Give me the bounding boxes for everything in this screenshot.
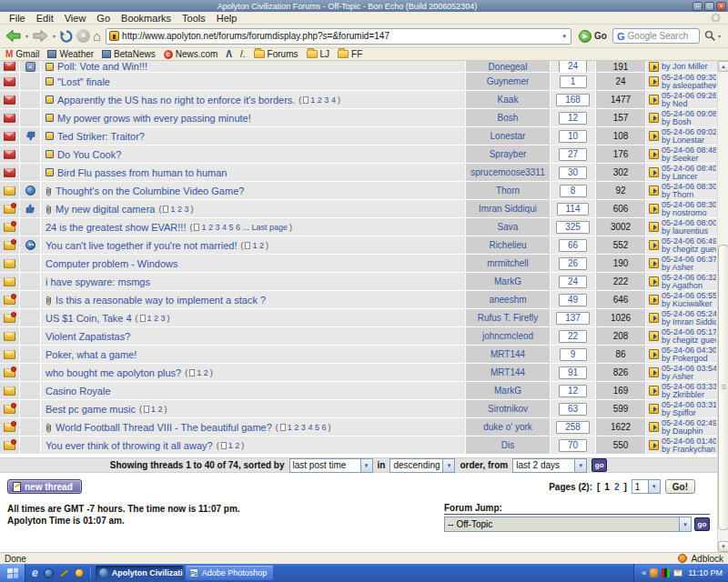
quick-launch-pencil-icon[interactable]	[59, 568, 68, 577]
last-post-author-link[interactable]: by asleepathewheel	[662, 82, 716, 90]
dropdown-arrow-icon[interactable]: ▾	[442, 459, 454, 472]
thread-title-link[interactable]: Computer problem - Windows	[46, 258, 178, 269]
thread-replies-count[interactable]: 168	[556, 94, 590, 106]
thread-page-links[interactable]: 1 2	[151, 405, 163, 414]
scrollbar-thumb[interactable]	[718, 245, 728, 530]
thread-replies-count[interactable]: 22	[559, 330, 587, 343]
thread-title-link[interactable]: You can't live together if you're not ma…	[46, 240, 237, 251]
dropdown-arrow-icon[interactable]: ▾	[574, 459, 586, 472]
thread-page-links[interactable]: 1 2	[197, 368, 208, 377]
thread-starter-link[interactable]: Lonestar	[490, 131, 526, 141]
menu-bookmarks[interactable]: Bookmarks	[116, 13, 177, 24]
goto-last-post-icon[interactable]	[649, 62, 659, 72]
thread-replies-count[interactable]: 258	[556, 421, 590, 434]
goto-last-post-icon[interactable]	[649, 95, 659, 105]
goto-last-post-icon[interactable]	[649, 276, 659, 286]
go-button[interactable]: ▶ Go	[576, 30, 610, 43]
thread-starter-link[interactable]: Guynemer	[487, 76, 530, 86]
thread-title-link[interactable]: who bought me apolyton plus?	[46, 367, 181, 378]
last-post-author-link[interactable]: by Jon Miller	[662, 63, 708, 71]
maximize-button[interactable]: □	[704, 2, 714, 11]
thread-title-link[interactable]: Violent Zapatistas?	[46, 331, 130, 342]
attachment-icon[interactable]	[46, 204, 52, 215]
goto-last-post-icon[interactable]	[649, 76, 659, 86]
last-post-author-link[interactable]: by Kuciwalker	[662, 300, 716, 308]
dropdown-arrow-icon[interactable]: ▾	[648, 480, 660, 493]
dropdown-arrow-icon[interactable]: ▾	[360, 459, 372, 472]
tray-network-meter-icon[interactable]	[662, 568, 670, 577]
thread-replies-count[interactable]: 30	[559, 166, 587, 179]
thread-starter-link[interactable]: Dis	[501, 440, 514, 450]
thread-starter-link[interactable]: duke o' york	[483, 422, 532, 432]
goto-last-post-icon[interactable]	[649, 167, 659, 177]
url-bar[interactable]: http://www.apolyton.net/forums/forumdisp…	[106, 28, 571, 45]
bookmark-item[interactable]: Forums	[254, 49, 298, 59]
from-period-select[interactable]: last 2 days▾	[512, 458, 587, 473]
thread-title-link[interactable]: Poll: Vote and Win!!!	[57, 61, 147, 72]
attachment-icon[interactable]	[46, 422, 52, 433]
back-dropdown-icon[interactable]: ▾	[25, 33, 29, 39]
forum-jump-select[interactable]: -- Off-Topic▾	[444, 517, 692, 532]
thread-replies-count[interactable]: 24	[559, 61, 587, 73]
start-button[interactable]	[0, 564, 25, 582]
forward-dropdown-icon[interactable]: ▾	[52, 33, 56, 39]
forum-jump-go-button[interactable]: go	[694, 517, 710, 531]
page-select[interactable]: 1▾	[632, 479, 661, 494]
thread-title-link[interactable]: "Lost" finale	[57, 76, 110, 87]
last-post-author-link[interactable]: by Agathon	[662, 282, 716, 290]
thread-replies-count[interactable]: 66	[559, 239, 587, 252]
thread-title-link[interactable]: You ever think of throwing it all away?	[46, 440, 213, 451]
thread-title-link[interactable]: Do You Cook?	[57, 149, 121, 160]
menu-help[interactable]: Help	[211, 13, 243, 24]
thread-page-links[interactable]: 1 2 3 4 5 6 ... Last page	[201, 223, 288, 232]
goto-last-post-icon[interactable]	[649, 113, 659, 123]
thread-title-link[interactable]: Best pc game music	[46, 404, 136, 415]
thread-replies-count[interactable]: 1	[560, 75, 587, 88]
thread-starter-link[interactable]: sprucemoose3311	[470, 167, 545, 177]
last-post-author-link[interactable]: by Lonestar	[662, 136, 716, 145]
thread-title-link[interactable]: My power grows with every passing minute…	[57, 113, 251, 124]
last-post-author-link[interactable]: by Frankychan	[662, 446, 716, 454]
thread-replies-count[interactable]: 10	[559, 130, 587, 143]
thread-starter-link[interactable]: aneeshm	[489, 295, 526, 305]
taskbar-button-apolyton[interactable]: Apolyton Civilization ...	[96, 566, 183, 580]
thread-page-links[interactable]: 1 2 3	[147, 314, 166, 323]
goto-first-new-icon[interactable]	[46, 63, 54, 71]
thread-title-link[interactable]: Ted Striker: Traitor?	[57, 131, 145, 142]
menu-view[interactable]: View	[59, 13, 92, 24]
menu-edit[interactable]: Edit	[31, 13, 59, 24]
thread-replies-count[interactable]: 91	[559, 366, 587, 379]
thread-starter-link[interactable]: Sava	[498, 222, 519, 232]
scroll-down-icon[interactable]: ▼	[718, 541, 728, 552]
last-post-author-link[interactable]: by Bosh	[662, 118, 716, 126]
page-go-button[interactable]: Go!	[665, 479, 695, 494]
url-text[interactable]: http://www.apolyton.net/forums/forumdisp…	[122, 31, 558, 41]
goto-first-new-icon[interactable]	[46, 150, 54, 158]
goto-first-new-icon[interactable]	[46, 168, 54, 176]
thread-starter-link[interactable]: MarkG	[494, 276, 521, 286]
menu-file[interactable]: File	[4, 13, 31, 24]
thread-replies-count[interactable]: 9	[560, 348, 587, 361]
thread-starter-link[interactable]: MRT144	[490, 367, 525, 377]
last-post-author-link[interactable]: by chegitz guevara	[662, 246, 716, 254]
goto-last-post-icon[interactable]	[649, 149, 659, 159]
goto-last-post-icon[interactable]	[649, 367, 659, 377]
thread-title-link[interactable]: Bird Flu passes from human to human	[57, 167, 227, 178]
last-post-author-link[interactable]: by Ned	[662, 100, 716, 108]
thread-starter-link[interactable]: Kaak	[498, 95, 519, 105]
goto-first-new-icon[interactable]	[46, 114, 54, 122]
goto-last-post-icon[interactable]	[649, 313, 659, 323]
goto-last-post-icon[interactable]	[649, 404, 659, 414]
bookmark-item[interactable]: FF	[338, 49, 362, 59]
thread-title-link[interactable]: My new digital camera	[56, 204, 155, 215]
thread-starter-link[interactable]: Sprayber	[490, 149, 527, 159]
thread-replies-count[interactable]: 325	[556, 221, 590, 234]
menu-go[interactable]: Go	[91, 13, 116, 24]
scroll-up-icon[interactable]: ▲	[718, 61, 728, 72]
thread-starter-link[interactable]: Richelieu	[489, 240, 526, 250]
minimize-button[interactable]: –	[693, 2, 703, 11]
thread-title-link[interactable]: World Football Thread VIII - The beautif…	[56, 422, 272, 433]
quick-launch-browser-icon[interactable]	[44, 568, 54, 578]
bookmark-item[interactable]: Weather	[47, 49, 94, 59]
new-thread-button[interactable]: new thread	[7, 479, 82, 494]
